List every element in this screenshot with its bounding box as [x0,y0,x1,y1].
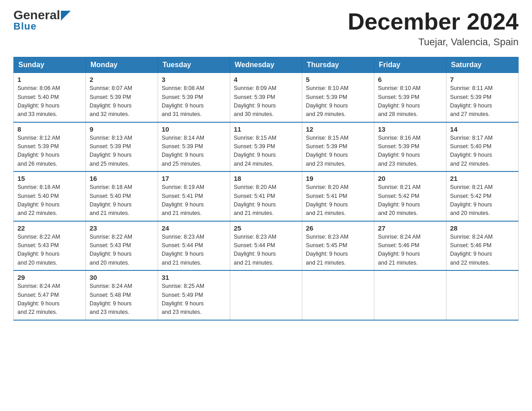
col-sunday: Sunday [14,57,86,73]
svg-marker-0 [61,11,71,21]
day-info: Sunrise: 8:12 AMSunset: 5:39 PMDaylight:… [17,135,60,167]
day-number: 10 [162,125,226,133]
day-info: Sunrise: 8:07 AMSunset: 5:39 PMDaylight:… [90,85,132,117]
table-row: 16 Sunrise: 8:18 AMSunset: 5:40 PMDaylig… [86,171,158,221]
calendar-week-row: 29 Sunrise: 8:24 AMSunset: 5:47 PMDaylig… [14,270,519,320]
day-info: Sunrise: 8:18 AMSunset: 5:40 PMDaylight:… [90,184,132,216]
day-info: Sunrise: 8:23 AMSunset: 5:45 PMDaylight:… [306,234,348,266]
day-info: Sunrise: 8:25 AMSunset: 5:49 PMDaylight:… [162,283,204,315]
day-info: Sunrise: 8:09 AMSunset: 5:39 PMDaylight:… [234,85,276,117]
day-info: Sunrise: 8:24 AMSunset: 5:46 PMDaylight:… [378,234,420,266]
day-info: Sunrise: 8:23 AMSunset: 5:44 PMDaylight:… [162,234,204,266]
day-number: 23 [90,224,154,232]
day-number: 30 [90,274,154,281]
day-number: 31 [162,274,226,281]
col-wednesday: Wednesday [230,57,302,73]
day-number: 22 [17,224,82,232]
logo-general: General [13,9,60,21]
location: Tuejar, Valencia, Spain [348,36,519,48]
table-row: 21 Sunrise: 8:21 AMSunset: 5:42 PMDaylig… [446,171,519,221]
table-row: 27 Sunrise: 8:24 AMSunset: 5:46 PMDaylig… [374,221,446,271]
table-row: 12 Sunrise: 8:15 AMSunset: 5:39 PMDaylig… [302,122,374,172]
col-saturday: Saturday [446,57,519,73]
day-number: 25 [234,224,298,232]
day-info: Sunrise: 8:24 AMSunset: 5:48 PMDaylight:… [90,283,132,315]
day-number: 4 [234,76,298,83]
day-info: Sunrise: 8:20 AMSunset: 5:41 PMDaylight:… [234,184,276,216]
table-row: 18 Sunrise: 8:20 AMSunset: 5:41 PMDaylig… [230,171,302,221]
day-info: Sunrise: 8:21 AMSunset: 5:42 PMDaylight:… [450,184,493,216]
day-info: Sunrise: 8:15 AMSunset: 5:39 PMDaylight:… [234,135,276,167]
table-row: 11 Sunrise: 8:15 AMSunset: 5:39 PMDaylig… [230,122,302,172]
day-number: 17 [162,175,226,182]
table-row: 10 Sunrise: 8:14 AMSunset: 5:39 PMDaylig… [158,122,230,172]
day-info: Sunrise: 8:17 AMSunset: 5:40 PMDaylight:… [450,135,493,167]
day-number: 8 [17,125,82,133]
day-info: Sunrise: 8:10 AMSunset: 5:39 PMDaylight:… [306,85,348,117]
logo-blue: Blue [13,21,37,32]
table-row: 15 Sunrise: 8:18 AMSunset: 5:40 PMDaylig… [14,171,86,221]
table-row: 31 Sunrise: 8:25 AMSunset: 5:49 PMDaylig… [158,270,230,320]
table-row [446,270,519,320]
table-row: 23 Sunrise: 8:22 AMSunset: 5:43 PMDaylig… [86,221,158,271]
day-number: 12 [306,125,370,133]
day-number: 19 [306,175,370,182]
table-row: 26 Sunrise: 8:23 AMSunset: 5:45 PMDaylig… [302,221,374,271]
day-number: 11 [234,125,298,133]
logo-triangle-icon [61,11,71,21]
table-row: 25 Sunrise: 8:23 AMSunset: 5:44 PMDaylig… [230,221,302,271]
day-number: 14 [450,125,515,133]
calendar-table: Sunday Monday Tuesday Wednesday Thursday… [13,57,519,321]
table-row: 24 Sunrise: 8:23 AMSunset: 5:44 PMDaylig… [158,221,230,271]
day-number: 3 [162,76,226,83]
table-row: 1 Sunrise: 8:06 AMSunset: 5:40 PMDayligh… [14,73,86,122]
day-number: 13 [378,125,442,133]
table-row: 5 Sunrise: 8:10 AMSunset: 5:39 PMDayligh… [302,73,374,122]
table-row: 9 Sunrise: 8:13 AMSunset: 5:39 PMDayligh… [86,122,158,172]
table-row [302,270,374,320]
table-row: 14 Sunrise: 8:17 AMSunset: 5:40 PMDaylig… [446,122,519,172]
day-number: 28 [450,224,515,232]
day-info: Sunrise: 8:10 AMSunset: 5:39 PMDaylight:… [378,85,420,117]
page-header: General Blue December 2024 Tuejar, Valen… [13,9,519,48]
table-row: 13 Sunrise: 8:16 AMSunset: 5:39 PMDaylig… [374,122,446,172]
table-row [230,270,302,320]
calendar-week-row: 15 Sunrise: 8:18 AMSunset: 5:40 PMDaylig… [14,171,519,221]
day-number: 16 [90,175,154,182]
day-number: 27 [378,224,442,232]
day-info: Sunrise: 8:24 AMSunset: 5:47 PMDaylight:… [17,283,60,315]
col-thursday: Thursday [302,57,374,73]
title-block: December 2024 Tuejar, Valencia, Spain [348,9,519,48]
day-info: Sunrise: 8:14 AMSunset: 5:39 PMDaylight:… [162,135,204,167]
day-info: Sunrise: 8:13 AMSunset: 5:39 PMDaylight:… [90,135,132,167]
table-row: 30 Sunrise: 8:24 AMSunset: 5:48 PMDaylig… [86,270,158,320]
calendar-week-row: 1 Sunrise: 8:06 AMSunset: 5:40 PMDayligh… [14,73,519,122]
table-row: 17 Sunrise: 8:19 AMSunset: 5:41 PMDaylig… [158,171,230,221]
col-friday: Friday [374,57,446,73]
day-number: 6 [378,76,442,83]
day-info: Sunrise: 8:22 AMSunset: 5:43 PMDaylight:… [17,234,60,266]
col-monday: Monday [86,57,158,73]
day-number: 20 [378,175,442,182]
day-info: Sunrise: 8:11 AMSunset: 5:39 PMDaylight:… [450,85,493,117]
day-info: Sunrise: 8:21 AMSunset: 5:42 PMDaylight:… [378,184,420,216]
day-number: 29 [17,274,82,281]
table-row: 4 Sunrise: 8:09 AMSunset: 5:39 PMDayligh… [230,73,302,122]
day-number: 7 [450,76,515,83]
calendar-week-row: 8 Sunrise: 8:12 AMSunset: 5:39 PMDayligh… [14,122,519,172]
day-number: 2 [90,76,154,83]
day-info: Sunrise: 8:15 AMSunset: 5:39 PMDaylight:… [306,135,348,167]
table-row: 6 Sunrise: 8:10 AMSunset: 5:39 PMDayligh… [374,73,446,122]
calendar-header-row: Sunday Monday Tuesday Wednesday Thursday… [14,57,519,73]
table-row [374,270,446,320]
day-info: Sunrise: 8:06 AMSunset: 5:40 PMDaylight:… [17,85,60,117]
table-row: 28 Sunrise: 8:24 AMSunset: 5:46 PMDaylig… [446,221,519,271]
table-row: 2 Sunrise: 8:07 AMSunset: 5:39 PMDayligh… [86,73,158,122]
day-number: 18 [234,175,298,182]
day-number: 1 [17,76,82,83]
day-info: Sunrise: 8:24 AMSunset: 5:46 PMDaylight:… [450,234,493,266]
table-row: 8 Sunrise: 8:12 AMSunset: 5:39 PMDayligh… [14,122,86,172]
table-row: 3 Sunrise: 8:08 AMSunset: 5:39 PMDayligh… [158,73,230,122]
day-info: Sunrise: 8:20 AMSunset: 5:41 PMDaylight:… [306,184,348,216]
col-tuesday: Tuesday [158,57,230,73]
